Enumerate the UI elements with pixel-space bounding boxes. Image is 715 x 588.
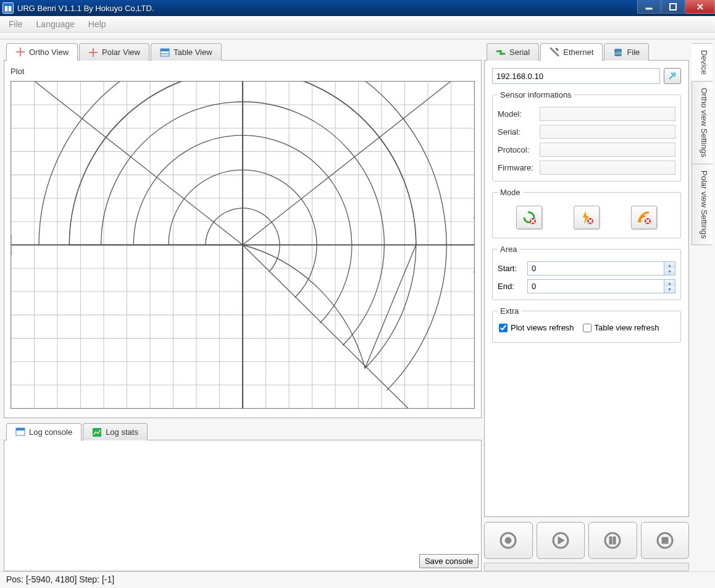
firmware-label: Firmware: <box>498 163 540 172</box>
refresh-x-icon <box>522 210 537 225</box>
firmware-field <box>540 161 675 175</box>
ethernet-icon <box>550 47 559 57</box>
lightning-x-icon <box>579 210 594 225</box>
svg-point-14 <box>639 220 642 222</box>
serial-label: Serial: <box>498 127 540 136</box>
plot-title: Plot <box>10 67 475 76</box>
menu-language[interactable]: Language <box>36 19 75 29</box>
playback-slider[interactable] <box>484 563 689 571</box>
minimize-button[interactable] <box>637 0 661 14</box>
table-icon <box>160 48 170 57</box>
maximize-button[interactable] <box>661 0 685 14</box>
crosshair-icon <box>88 48 98 57</box>
play-button[interactable] <box>537 522 585 559</box>
svg-point-17 <box>505 537 511 544</box>
tab-log-console[interactable]: Log console <box>6 423 82 441</box>
svg-rect-21 <box>609 537 612 544</box>
stats-icon <box>92 427 102 437</box>
svg-point-7 <box>500 50 502 52</box>
area-start-down[interactable]: ▼ <box>664 269 675 275</box>
area-start-input[interactable] <box>528 262 664 275</box>
console-icon <box>15 427 25 437</box>
extra-group: Extra Plot views refresh Table view refr… <box>492 306 681 343</box>
svg-rect-22 <box>613 537 616 544</box>
plot-area[interactable] <box>10 81 475 409</box>
menubar: File Language Help <box>0 16 715 32</box>
tab-table-view[interactable]: Table View <box>151 43 222 61</box>
tab-serial[interactable]: Serial <box>487 43 539 61</box>
mode-refresh-button[interactable] <box>516 206 542 229</box>
status-bar: Pos: [-5940, 4180] Step: [-1] <box>0 571 715 588</box>
tab-ethernet-label: Ethernet <box>563 48 593 57</box>
plot-panel: Plot <box>4 60 482 418</box>
table-refresh-input[interactable] <box>583 324 592 332</box>
menu-help[interactable]: Help <box>88 19 106 29</box>
close-button[interactable] <box>685 0 715 14</box>
tab-ethernet[interactable]: Ethernet <box>540 43 603 61</box>
svg-rect-3 <box>161 49 169 51</box>
side-tab-polar-settings[interactable]: Polar view Settings <box>692 164 713 246</box>
svg-point-19 <box>605 533 620 548</box>
model-field <box>540 107 675 121</box>
area-start-up[interactable]: ▲ <box>664 262 675 269</box>
record-button[interactable] <box>484 522 533 559</box>
side-tab-ortho-settings[interactable]: Ortho view Settings <box>692 81 713 164</box>
tab-log-console-label: Log console <box>29 427 72 437</box>
ip-address-input[interactable] <box>492 68 660 84</box>
mode-signal-button[interactable] <box>631 206 657 229</box>
app-icon: ▮▮ <box>2 2 14 14</box>
plot-refresh-input[interactable] <box>499 324 508 332</box>
side-tabs: Device Ortho view Settings Polar view Se… <box>692 43 713 571</box>
tab-file-label: File <box>627 48 640 57</box>
area-end-input[interactable] <box>528 280 664 293</box>
mode-group: Mode <box>492 188 681 238</box>
svg-rect-0 <box>646 8 652 9</box>
model-label: Model: <box>498 109 540 119</box>
file-icon: LOG <box>613 48 623 57</box>
svg-point-8 <box>500 52 502 55</box>
area-end-label: End: <box>498 282 527 291</box>
window-title: URG Benri V1.1.1 By Hokuyo Co,LTD. <box>17 4 637 13</box>
tab-file[interactable]: LOG File <box>604 43 649 61</box>
area-group: Area Start: ▲▼ End: ▲▼ <box>492 245 681 300</box>
plug-icon <box>667 71 677 81</box>
serial-field <box>540 125 675 139</box>
area-end-down[interactable]: ▼ <box>664 287 675 293</box>
connect-button[interactable] <box>664 68 681 84</box>
protocol-field <box>540 143 675 157</box>
tab-log-stats-label: Log stats <box>106 427 138 437</box>
area-legend: Area <box>498 245 519 254</box>
save-console-button[interactable]: Save console <box>419 554 479 568</box>
tab-serial-label: Serial <box>509 48 530 57</box>
tab-polar-view[interactable]: Polar View <box>79 43 149 61</box>
side-tab-device[interactable]: Device <box>692 43 713 82</box>
svg-rect-5 <box>16 428 25 430</box>
area-end-up[interactable]: ▲ <box>664 280 675 287</box>
svg-rect-1 <box>670 4 676 10</box>
svg-text:LOG: LOG <box>614 51 622 55</box>
tab-table-label: Table View <box>174 48 212 57</box>
menu-file[interactable]: File <box>9 19 23 29</box>
table-refresh-checkbox[interactable]: Table view refresh <box>583 323 659 332</box>
pause-button[interactable] <box>588 522 637 559</box>
sensor-info-group: Sensor informations Model: Serial: Proto… <box>492 90 681 182</box>
mode-flash-button[interactable] <box>574 206 600 229</box>
toolbar-strip <box>0 33 715 40</box>
svg-point-11 <box>672 72 676 76</box>
tab-ortho-view[interactable]: Ortho View <box>6 43 78 61</box>
plot-refresh-checkbox[interactable]: Plot views refresh <box>499 323 574 332</box>
status-text: Pos: [-5940, 4180] Step: [-1] <box>6 574 114 584</box>
tab-log-stats[interactable]: Log stats <box>83 423 148 440</box>
mode-legend: Mode <box>498 188 523 197</box>
log-console[interactable]: Save console <box>4 440 482 571</box>
extra-legend: Extra <box>498 306 521 316</box>
view-tabs: Ortho View Polar View Table View <box>6 43 482 61</box>
rss-x-icon <box>637 210 651 225</box>
crosshair-icon <box>15 47 25 57</box>
device-panel: Sensor informations Model: Serial: Proto… <box>484 60 689 517</box>
playback-controls <box>484 522 689 559</box>
stop-button[interactable] <box>641 522 690 559</box>
tab-ortho-label: Ortho View <box>29 48 69 57</box>
titlebar: ▮▮ URG Benri V1.1.1 By Hokuyo Co,LTD. <box>0 0 715 16</box>
svg-rect-24 <box>662 537 668 544</box>
